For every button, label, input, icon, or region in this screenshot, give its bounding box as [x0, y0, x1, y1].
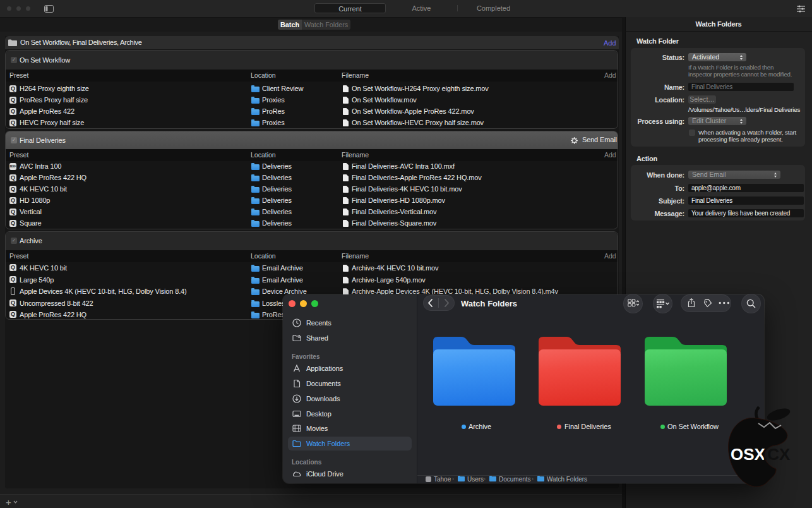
svg-text:.CX: .CX	[763, 445, 791, 464]
svg-text:OSX: OSX	[731, 445, 766, 464]
